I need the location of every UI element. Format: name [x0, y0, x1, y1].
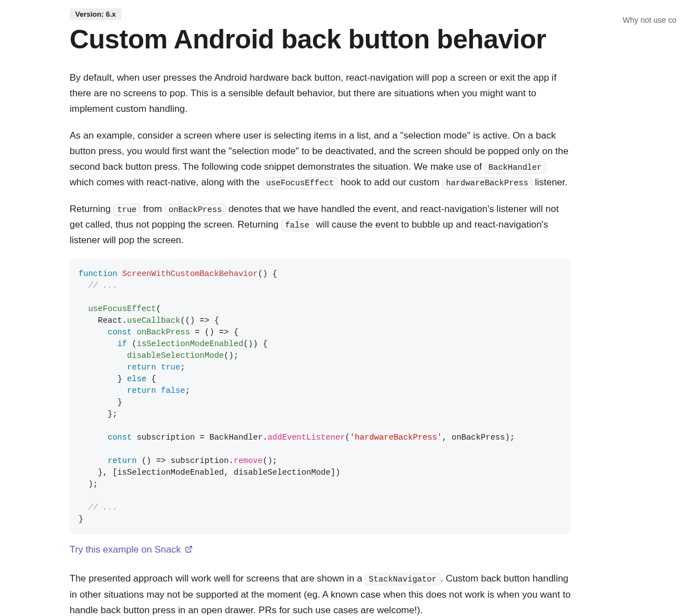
external-link-icon — [185, 545, 193, 553]
code-onbackpress: onBackPress — [165, 204, 226, 216]
code-hardwarebackpress: hardwareBackPress — [442, 177, 532, 189]
svg-line-0 — [188, 546, 192, 550]
note-paragraph-1: The presented approach will work well fo… — [70, 571, 571, 616]
code-true: true — [113, 204, 140, 216]
snack-link-row: Try this example on Snack — [70, 542, 571, 558]
intro-paragraph-2: As an example, consider a screen where u… — [70, 128, 571, 190]
code-false: false — [281, 219, 314, 231]
toc-link-partial[interactable]: Why not use co — [623, 16, 685, 24]
version-badge: Version: 6.x — [70, 8, 121, 20]
code-usefocuseffect: useFocusEffect — [262, 177, 338, 189]
snack-link[interactable]: Try this example on Snack — [70, 544, 193, 555]
intro-paragraph-1: By default, when user presses the Androi… — [70, 70, 571, 117]
code-stacknavigator: StackNavigator — [365, 573, 441, 585]
intro-paragraph-3: Returning true from onBackPress denotes … — [70, 201, 571, 248]
article-container: Version: 6.x Custom Android back button … — [0, 0, 640, 616]
code-backhandler: BackHandler — [485, 161, 546, 174]
code-example: function ScreenWithCustomBackBehavior() … — [70, 259, 571, 534]
page-title: Custom Android back button behavior — [70, 23, 571, 56]
code-pre: function ScreenWithCustomBackBehavior() … — [79, 268, 562, 525]
